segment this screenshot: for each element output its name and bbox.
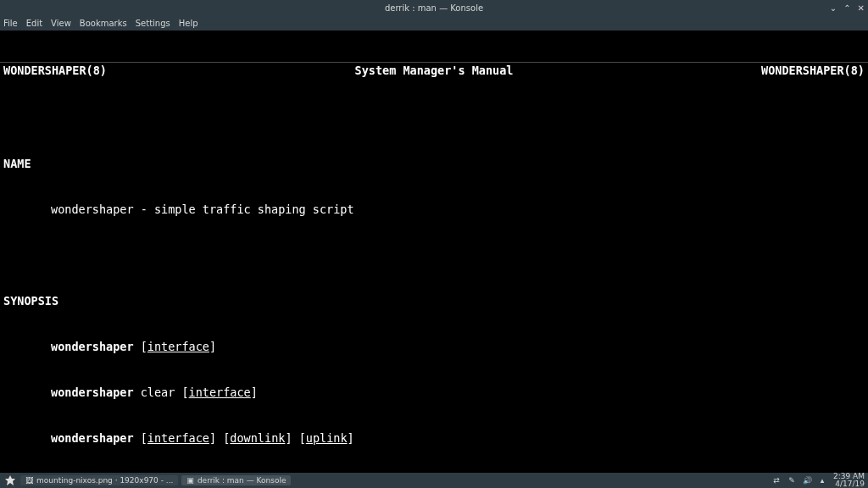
menu-bookmarks[interactable]: Bookmarks bbox=[80, 19, 127, 28]
synopsis-line-2: wondershaper clear [interface] bbox=[0, 385, 868, 400]
network-icon[interactable]: ⇄ bbox=[772, 476, 781, 485]
taskbar-item-image[interactable]: 🖼 mounting-nixos.png · 1920x970 - ... bbox=[20, 475, 178, 485]
synopsis-line-1: wondershaper [interface] bbox=[0, 339, 868, 354]
clipboard-icon[interactable]: ✎ bbox=[787, 476, 796, 485]
taskbar: 🖼 mounting-nixos.png · 1920x970 - ... ▣ … bbox=[0, 473, 868, 488]
menu-file[interactable]: File bbox=[3, 19, 18, 28]
clock[interactable]: 2:39 AM 4/17/19 bbox=[833, 473, 865, 488]
man-header-center: System Manager's Manual bbox=[355, 63, 514, 78]
window-title: derrik : man — Konsole bbox=[385, 3, 483, 13]
chevron-up-icon[interactable]: ▴ bbox=[818, 476, 826, 485]
menu-help[interactable]: Help bbox=[179, 19, 198, 28]
volume-icon[interactable]: 🔊 bbox=[803, 476, 811, 485]
image-icon: 🖼 bbox=[25, 476, 33, 485]
synopsis-line-3: wondershaper [interface] [downlink] [upl… bbox=[0, 430, 868, 446]
window-titlebar: derrik : man — Konsole ⌄ ⌃ ✕ bbox=[0, 0, 868, 15]
menu-edit[interactable]: Edit bbox=[26, 19, 42, 28]
close-icon[interactable]: ✕ bbox=[858, 3, 865, 13]
minimize-icon[interactable]: ⌄ bbox=[830, 3, 837, 13]
man-header-left: WONDERSHAPER(8) bbox=[3, 63, 107, 78]
start-menu-icon[interactable] bbox=[3, 474, 17, 487]
menubar: File Edit View Bookmarks Settings Help bbox=[0, 15, 868, 30]
menu-view[interactable]: View bbox=[51, 19, 71, 28]
maximize-icon[interactable]: ⌃ bbox=[843, 3, 850, 13]
man-header-right: WONDERSHAPER(8) bbox=[761, 63, 865, 78]
menu-settings[interactable]: Settings bbox=[136, 19, 170, 28]
name-body: wondershaper - simple traffic shaping sc… bbox=[0, 202, 868, 217]
taskbar-item-konsole[interactable]: ▣ derrik : man — Konsole bbox=[181, 475, 291, 485]
terminal-viewport[interactable]: WONDERSHAPER(8) System Manager's Manual … bbox=[0, 30, 868, 473]
terminal-icon: ▣ bbox=[186, 476, 194, 485]
section-name: NAME bbox=[0, 156, 868, 171]
section-synopsis: SYNOPSIS bbox=[0, 293, 868, 308]
